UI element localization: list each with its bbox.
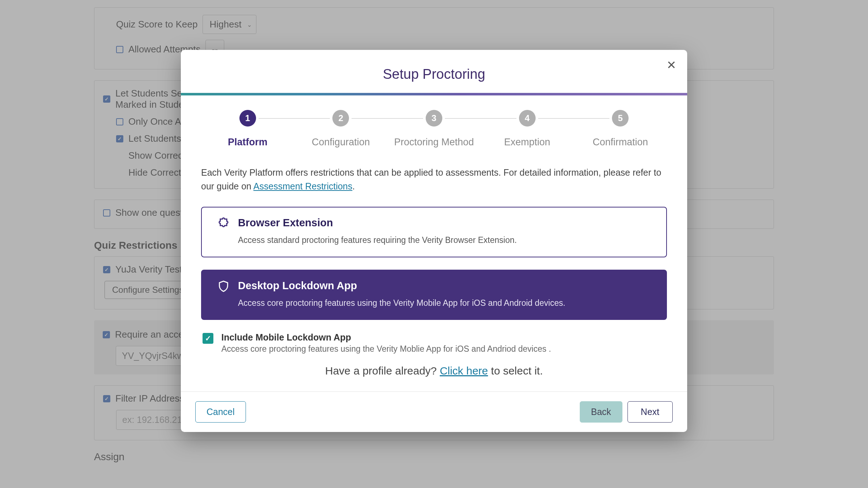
option-browser-extension[interactable]: Browser Extension Access standard procto… bbox=[201, 207, 667, 257]
step-proctoring-method[interactable]: 3 Proctoring Method bbox=[387, 110, 481, 148]
assessment-restrictions-link[interactable]: Assessment Restrictions bbox=[254, 181, 353, 191]
step-label: Proctoring Method bbox=[394, 137, 474, 148]
setup-proctoring-modal: ✕ Setup Proctoring 1 Platform 2 Configur… bbox=[181, 50, 687, 432]
step-number: 2 bbox=[332, 110, 349, 127]
modal-body: 1 Platform 2 Configuration 3 Proctoring … bbox=[181, 95, 687, 391]
wizard-stepper: 1 Platform 2 Configuration 3 Proctoring … bbox=[201, 110, 667, 148]
intro-post: . bbox=[352, 181, 355, 191]
step-label: Exemption bbox=[504, 137, 550, 148]
include-title: Include Mobile Lockdown App bbox=[221, 332, 551, 343]
puzzle-icon bbox=[216, 216, 231, 231]
step-label: Configuration bbox=[312, 137, 370, 148]
modal-title: Setup Proctoring bbox=[181, 50, 687, 93]
step-connector bbox=[538, 118, 610, 119]
profile-prompt: Have a profile already? Click here to se… bbox=[201, 365, 667, 377]
step-connector bbox=[259, 118, 330, 119]
include-desc: Access core proctoring features using th… bbox=[221, 344, 551, 354]
profile-pre: Have a profile already? bbox=[325, 365, 440, 377]
option-desktop-lockdown[interactable]: Desktop Lockdown App Access core proctor… bbox=[201, 270, 667, 320]
include-mobile-text: Include Mobile Lockdown App Access core … bbox=[221, 332, 551, 354]
option-title: Browser Extension bbox=[238, 217, 652, 229]
step-platform[interactable]: 1 Platform bbox=[201, 110, 294, 148]
modal-progress-bar bbox=[181, 93, 687, 95]
step-number: 4 bbox=[519, 110, 536, 127]
next-button[interactable]: Next bbox=[627, 401, 673, 423]
option-desc: Access standard proctoring features requ… bbox=[238, 234, 652, 247]
include-mobile-row: Include Mobile Lockdown App Access core … bbox=[201, 332, 667, 354]
footer-right: Back Next bbox=[580, 401, 673, 423]
include-mobile-checkbox[interactable] bbox=[203, 333, 213, 344]
step-connector bbox=[445, 118, 516, 119]
step-connector bbox=[352, 118, 423, 119]
step-number: 5 bbox=[612, 110, 629, 127]
step-configuration[interactable]: 2 Configuration bbox=[294, 110, 388, 148]
profile-click-here-link[interactable]: Click here bbox=[440, 365, 488, 377]
step-exemption[interactable]: 4 Exemption bbox=[481, 110, 574, 148]
step-number: 1 bbox=[239, 110, 256, 127]
modal-overlay: ✕ Setup Proctoring 1 Platform 2 Configur… bbox=[0, 0, 868, 488]
cancel-button[interactable]: Cancel bbox=[195, 401, 246, 423]
modal-footer: Cancel Back Next bbox=[181, 391, 687, 432]
option-title: Desktop Lockdown App bbox=[238, 280, 652, 292]
option-desc: Access core proctoring features using th… bbox=[238, 297, 652, 309]
shield-icon bbox=[216, 279, 231, 294]
step-label: Platform bbox=[228, 137, 268, 148]
close-icon[interactable]: ✕ bbox=[667, 59, 676, 71]
step-label: Confirmation bbox=[593, 137, 648, 148]
profile-post: to select it. bbox=[488, 365, 543, 377]
intro-text: Each Verity Platform offers restrictions… bbox=[201, 166, 667, 193]
step-confirmation[interactable]: 5 Confirmation bbox=[574, 110, 667, 148]
step-number: 3 bbox=[426, 110, 442, 127]
back-button[interactable]: Back bbox=[580, 401, 622, 423]
